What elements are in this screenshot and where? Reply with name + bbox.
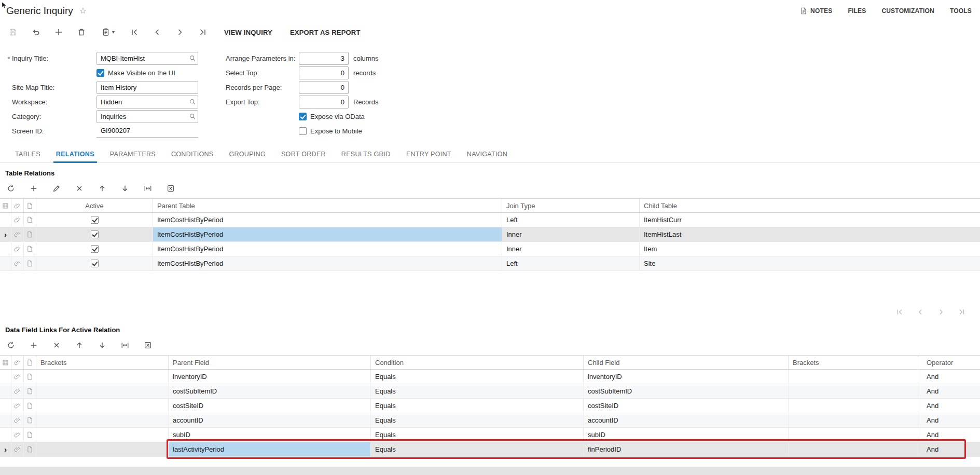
child-field-cell[interactable]: costSubItemID — [584, 384, 789, 399]
attachment-cell[interactable] — [11, 428, 24, 442]
go-next-button[interactable] — [171, 24, 189, 40]
condition-cell[interactable]: Equals — [371, 370, 584, 384]
operator-cell[interactable]: And — [918, 428, 980, 442]
files-button[interactable]: FILES — [848, 7, 866, 15]
child-field-cell[interactable]: inventoryID — [584, 370, 789, 384]
tab-results-grid[interactable]: RESULTS GRID — [334, 145, 398, 162]
move-row-down-button[interactable] — [94, 338, 110, 352]
field-link-row[interactable]: subID Equals subID And — [0, 428, 980, 442]
delete-button[interactable] — [73, 24, 90, 40]
fit-columns-button[interactable] — [140, 181, 156, 196]
lookup-icon[interactable] — [189, 55, 196, 62]
records-per-page-input[interactable] — [299, 82, 348, 93]
go-first-button[interactable] — [126, 24, 143, 40]
condition-cell[interactable]: Equals — [371, 413, 584, 428]
condition-cell[interactable]: Equals — [371, 428, 584, 442]
parent-field-cell[interactable]: costSiteID — [169, 399, 371, 413]
clipboard-menu-button[interactable]: ▾ — [95, 24, 120, 40]
active-cell[interactable] — [36, 227, 153, 242]
operator-cell[interactable]: And — [918, 413, 980, 428]
note-cell[interactable] — [24, 384, 36, 399]
field-link-row[interactable]: inventoryID Equals inventoryID And — [0, 370, 980, 384]
export-as-report-button[interactable]: EXPORT AS REPORT — [283, 24, 368, 40]
move-row-up-button[interactable] — [94, 181, 110, 196]
active-cell[interactable] — [36, 242, 153, 256]
attachment-cell[interactable] — [11, 370, 24, 384]
brackets-close-cell[interactable] — [789, 413, 918, 428]
tab-conditions[interactable]: CONDITIONS — [163, 145, 221, 162]
note-cell[interactable] — [24, 242, 36, 256]
brackets-close-cell[interactable] — [789, 442, 918, 457]
move-row-down-button[interactable] — [117, 181, 133, 196]
active-cell[interactable] — [36, 256, 153, 271]
expose-odata-checkbox[interactable] — [299, 113, 307, 120]
category-input[interactable] — [97, 111, 198, 123]
add-row-button[interactable] — [26, 181, 42, 196]
tab-parameters[interactable]: PARAMETERS — [102, 145, 163, 162]
relation-row[interactable]: ItemCostHistByPeriod Inner Item — [0, 242, 980, 256]
delete-row-button[interactable] — [72, 181, 87, 196]
attachment-cell[interactable] — [11, 256, 24, 271]
column-header-condition[interactable]: Condition — [371, 356, 584, 369]
fit-columns-button[interactable] — [117, 338, 133, 352]
add-new-button[interactable] — [50, 24, 67, 40]
column-header-join-type[interactable]: Join Type — [502, 199, 640, 212]
column-header-parent-table[interactable]: Parent Table — [153, 199, 502, 212]
tools-button[interactable]: TOOLS — [950, 7, 972, 15]
notes-button[interactable]: NOTES — [800, 7, 832, 15]
active-cell[interactable] — [36, 213, 153, 227]
add-row-button[interactable] — [26, 338, 42, 352]
field-link-row[interactable]: accountID Equals accountID And — [0, 413, 980, 428]
attachment-cell[interactable] — [11, 399, 24, 413]
active-checkbox[interactable] — [91, 216, 99, 224]
column-header-child-field[interactable]: Child Field — [584, 356, 789, 369]
customization-button[interactable]: CUSTOMIZATION — [881, 7, 934, 15]
expose-odata-checkbox-row[interactable]: Expose via OData — [299, 113, 365, 120]
condition-cell[interactable]: Equals — [371, 399, 584, 413]
condition-cell[interactable]: Equals — [371, 442, 584, 457]
note-cell[interactable] — [24, 213, 36, 227]
note-cell[interactable] — [24, 227, 36, 242]
parent-field-cell[interactable]: inventoryID — [169, 370, 371, 384]
export-top-input[interactable] — [299, 96, 348, 108]
tab-tables[interactable]: TABLES — [7, 145, 48, 162]
view-inquiry-button[interactable]: VIEW INQUIRY — [217, 24, 280, 40]
note-cell[interactable] — [24, 413, 36, 428]
refresh-button[interactable] — [3, 181, 19, 196]
make-visible-checkbox-row[interactable]: Make Visible on the UI — [96, 69, 175, 77]
child-field-cell[interactable]: subID — [584, 428, 789, 442]
operator-cell[interactable]: And — [918, 442, 980, 457]
brackets-close-cell[interactable] — [789, 384, 918, 399]
parent-field-cell[interactable]: costSubItemID — [169, 384, 371, 399]
condition-cell[interactable]: Equals — [371, 384, 584, 399]
child-table-cell[interactable]: ItemHistCurr — [640, 213, 980, 227]
expose-mobile-checkbox-row[interactable]: Expose to Mobile — [299, 127, 362, 135]
pager-first-button[interactable] — [895, 307, 904, 317]
join-type-cell[interactable]: Left — [502, 213, 640, 227]
brackets-cell[interactable] — [36, 413, 169, 428]
lookup-icon[interactable] — [189, 113, 196, 120]
parent-table-cell[interactable]: ItemCostHistByPeriod — [153, 213, 502, 227]
column-header-child-table[interactable]: Child Table — [640, 199, 980, 212]
tab-sort-order[interactable]: SORT ORDER — [273, 145, 334, 162]
child-field-cell[interactable]: accountID — [584, 413, 789, 428]
child-table-cell[interactable]: Site — [640, 256, 980, 271]
pager-previous-button[interactable] — [916, 307, 925, 317]
attachment-cell[interactable] — [11, 384, 24, 399]
lookup-icon[interactable] — [189, 98, 196, 105]
move-row-up-button[interactable] — [72, 338, 87, 352]
relation-row[interactable]: ItemCostHistByPeriod Left Site — [0, 256, 980, 271]
site-map-title-input[interactable] — [97, 82, 198, 93]
column-header-operator[interactable]: Operator — [918, 356, 980, 369]
export-to-excel-button[interactable] — [163, 181, 178, 196]
operator-cell[interactable]: And — [918, 370, 980, 384]
make-visible-checkbox[interactable] — [96, 69, 104, 77]
save-button[interactable] — [4, 24, 22, 40]
relation-row[interactable]: ItemCostHistByPeriod Left ItemHistCurr — [0, 213, 980, 227]
parent-field-cell[interactable]: subID — [169, 428, 371, 442]
tab-navigation[interactable]: NAVIGATION — [459, 145, 515, 162]
column-header-active[interactable]: Active — [36, 199, 153, 212]
field-link-row[interactable]: costSubItemID Equals costSubItemID And — [0, 384, 980, 399]
horizontal-scrollbar[interactable] — [0, 467, 980, 475]
note-cell[interactable] — [24, 256, 36, 271]
